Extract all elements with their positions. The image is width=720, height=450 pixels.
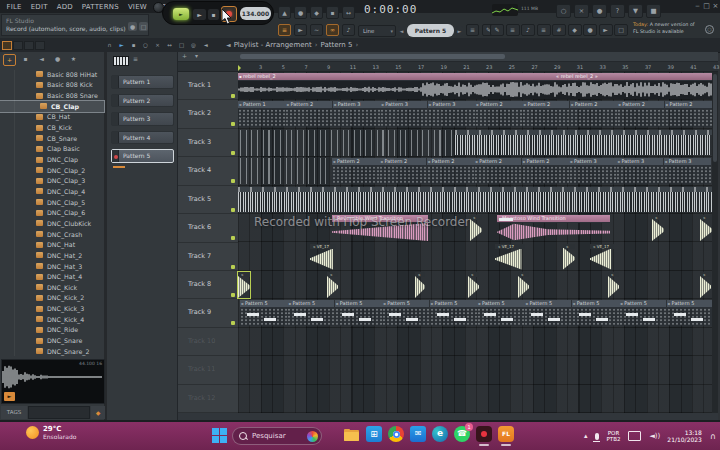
audition-tool-icon[interactable]: ◄ bbox=[200, 40, 211, 50]
pattern-item[interactable]: Pattern 1 bbox=[111, 75, 174, 89]
clip-hit[interactable]: « bbox=[238, 272, 250, 298]
browser-item[interactable]: DNC_Clap_2 bbox=[0, 165, 104, 176]
playlist-add-icon[interactable]: + ▾ bbox=[182, 52, 201, 59]
browser-item[interactable]: Basic 808 Kick bbox=[0, 80, 104, 91]
sync-icon[interactable]: ○ bbox=[556, 4, 571, 18]
clip-pattern[interactable]: Pattern 2 bbox=[522, 158, 569, 184]
track-header[interactable]: Track 8 bbox=[178, 271, 238, 299]
preview-play-button[interactable]: ► bbox=[4, 392, 15, 401]
piano-roll-icon[interactable]: ♪ bbox=[521, 24, 535, 36]
clip-pattern[interactable]: Pattern 3 bbox=[664, 158, 711, 184]
menu-view[interactable]: VIEW bbox=[123, 3, 151, 11]
track-status-dot[interactable] bbox=[231, 321, 235, 325]
update-notification[interactable]: Today: A newer version of FL Studio is a… bbox=[633, 22, 703, 35]
clip-hit[interactable]: « bbox=[700, 272, 711, 298]
pattern-prev-button[interactable]: ◄ bbox=[398, 26, 405, 36]
weather-widget[interactable]: 29°C Ensolarado bbox=[26, 425, 76, 440]
clip-pattern[interactable]: Pattern 2 bbox=[427, 158, 474, 184]
browser-item[interactable]: DNC_Hat bbox=[0, 239, 104, 250]
file-explorer-icon[interactable] bbox=[344, 429, 359, 441]
tempo-display[interactable]: 134.000 bbox=[240, 7, 271, 20]
time-display[interactable]: 0:00:00 bbox=[364, 3, 414, 16]
tags-input[interactable] bbox=[28, 406, 90, 419]
globe-icon[interactable]: ○ bbox=[705, 25, 714, 34]
browser-content-icon[interactable]: ▪ bbox=[19, 54, 32, 66]
browser-item[interactable]: DNC_Kick_3 bbox=[0, 303, 104, 314]
help-icon[interactable]: ? bbox=[610, 4, 625, 18]
channel-rack-icon[interactable]: # bbox=[552, 24, 566, 36]
wait-for-input-icon[interactable]: ● bbox=[294, 6, 307, 19]
clip-audio[interactable]: rebel rebel_2« rebel rebel_2 » bbox=[238, 73, 718, 99]
track-status-dot[interactable] bbox=[231, 94, 235, 98]
clip-hit[interactable]: « bbox=[518, 272, 529, 298]
clip-hit[interactable]: « bbox=[468, 272, 479, 298]
pattern-item[interactable]: Pattern 4 bbox=[111, 131, 174, 145]
clip-hit[interactable]: « bbox=[470, 215, 482, 241]
mute-tool-icon[interactable]: × bbox=[152, 40, 163, 50]
breadcrumb[interactable]: ◄Playlist - Arrangement›Pattern 5› bbox=[226, 41, 361, 49]
browser-history-icon[interactable]: ● bbox=[51, 54, 64, 66]
track-status-dot[interactable] bbox=[231, 208, 235, 212]
browser-item[interactable]: DNC_Snare_2 bbox=[0, 346, 104, 357]
link-icon[interactable]: ∞ bbox=[326, 24, 339, 36]
browser-item[interactable]: DNC_Crash bbox=[0, 229, 104, 240]
playlist-panel-icon[interactable]: ≡ bbox=[506, 24, 520, 36]
zoom-tool-icon[interactable]: ◎ bbox=[188, 40, 199, 50]
track-status-dot[interactable] bbox=[231, 151, 235, 155]
clip-hit[interactable]: « bbox=[563, 244, 575, 270]
snap-selector[interactable]: Line▾ bbox=[358, 25, 396, 37]
pattern-item[interactable]: Pattern 5 bbox=[111, 149, 174, 163]
timeline-ruler[interactable]: 35791113151719212325272931333537394143 bbox=[178, 62, 718, 72]
track-header[interactable]: Track 2 bbox=[178, 100, 238, 128]
track-header[interactable]: Track 3 bbox=[178, 129, 238, 157]
plugin-icon[interactable]: ◆ bbox=[568, 24, 582, 36]
snap-magnet-icon[interactable]: ∩ bbox=[104, 40, 115, 50]
paint-tool-icon[interactable]: ▪ bbox=[128, 40, 139, 50]
pattern-item[interactable]: Pattern 2 bbox=[111, 94, 174, 108]
menu-add[interactable]: ADD bbox=[52, 3, 77, 11]
clip-pattern[interactable]: Pattern 2 bbox=[522, 101, 569, 127]
clip-pattern5[interactable]: Pattern 5 bbox=[667, 300, 714, 326]
clip-pattern[interactable]: Pattern 3 bbox=[616, 158, 663, 184]
loop-record-icon[interactable]: ↔ bbox=[342, 6, 355, 19]
mixer-icon[interactable]: ≡ bbox=[537, 24, 551, 36]
vertical-scrollbar[interactable] bbox=[712, 72, 718, 413]
browser-item[interactable]: DNC_Ride bbox=[0, 325, 104, 336]
clip-pattern[interactable]: Pattern 3 bbox=[380, 101, 427, 127]
browser-item[interactable]: DNC_Hat_4 bbox=[0, 271, 104, 282]
browser-item[interactable]: CB_Kick bbox=[0, 122, 104, 133]
browser-item[interactable]: DNC_Hat_2 bbox=[0, 250, 104, 261]
cut-icon[interactable]: × bbox=[574, 4, 589, 18]
tags-edit-icon[interactable]: ◆ bbox=[91, 406, 105, 419]
scroll-handle[interactable] bbox=[713, 74, 717, 162]
browser-favorites-icon[interactable]: ★ bbox=[67, 54, 80, 66]
pencil-tool-icon[interactable]: ✎ bbox=[490, 24, 504, 36]
menu-edit[interactable]: EDIT bbox=[26, 3, 52, 11]
mic-icon[interactable]: ● bbox=[592, 4, 607, 18]
pattern-selector[interactable]: Pattern 5 bbox=[407, 24, 454, 37]
browser-item[interactable]: Basic 808 Snare bbox=[0, 90, 104, 101]
browser-audition-icon[interactable]: ◄ bbox=[35, 54, 48, 66]
clip-hit[interactable]: « bbox=[415, 272, 425, 298]
clip-pattern[interactable]: Pattern 3 bbox=[428, 101, 475, 127]
track-status-dot[interactable] bbox=[231, 122, 235, 126]
alarm-bell-icon[interactable]: ♪ bbox=[342, 24, 355, 36]
song-mode-switch[interactable]: ► bbox=[173, 8, 189, 20]
browser-item[interactable]: DNC_ClubKick bbox=[0, 218, 104, 229]
clip-pattern5[interactable]: Pattern 5 bbox=[240, 300, 287, 326]
taskbar-recorder-icon[interactable] bbox=[476, 426, 492, 446]
clip-pattern5[interactable]: Pattern 5 bbox=[335, 300, 382, 326]
start-button[interactable] bbox=[212, 428, 227, 443]
tray-chevron-icon[interactable]: ▴ bbox=[584, 432, 588, 440]
browser-item[interactable]: DNC_Snare bbox=[0, 335, 104, 346]
track-status-dot[interactable] bbox=[231, 236, 235, 240]
maximize-button[interactable]: □ bbox=[703, 2, 710, 10]
track-header[interactable]: Track 12 bbox=[178, 385, 238, 413]
track-header[interactable]: Track 11 bbox=[178, 356, 238, 384]
clip-hit[interactable]: « bbox=[700, 215, 712, 241]
clip-pattern[interactable]: Pattern 1 bbox=[238, 101, 285, 127]
clip-hit[interactable]: « bbox=[608, 272, 619, 298]
clip-swell[interactable]: « VE_17 bbox=[310, 244, 336, 270]
render-icon[interactable]: ■ bbox=[646, 4, 661, 18]
clip-pattern[interactable]: Pattern 2 bbox=[474, 158, 521, 184]
